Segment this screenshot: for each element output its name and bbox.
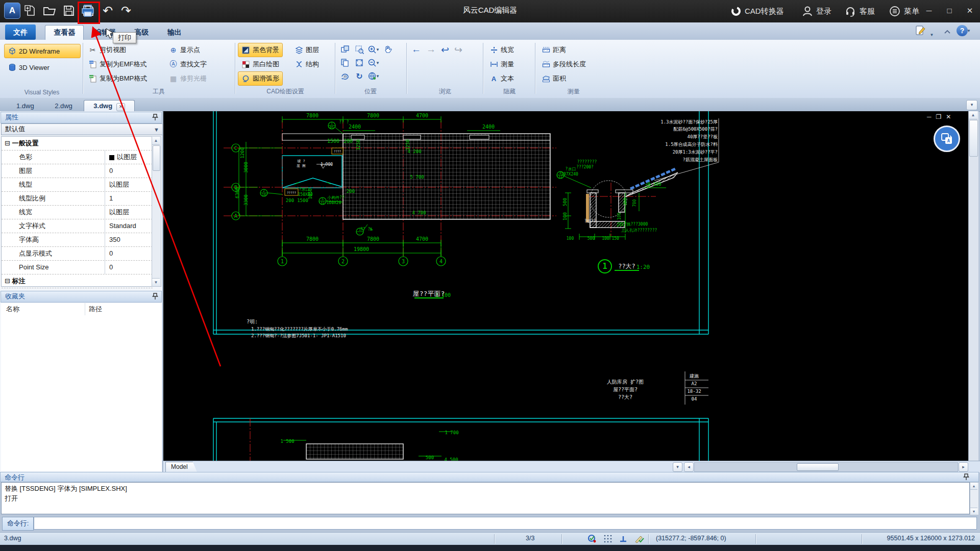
login-button[interactable]: 登录 bbox=[802, 0, 831, 22]
tab-output[interactable]: 输出 bbox=[159, 26, 190, 40]
prop-row-linetype[interactable]: 线型以图层 bbox=[2, 178, 153, 192]
structure-button[interactable]: 结构 bbox=[291, 57, 323, 71]
pin-icon[interactable] bbox=[963, 473, 969, 481]
minimize-button[interactable]: ─ bbox=[919, 3, 939, 18]
open-file-button[interactable] bbox=[42, 3, 57, 18]
show-points-button[interactable]: ⊕ 显示点 bbox=[165, 43, 210, 57]
hide-text-button[interactable]: A 文本 bbox=[486, 71, 518, 86]
smooth-arc-button[interactable]: 圆滑弧形 bbox=[238, 71, 283, 86]
translate-float-button[interactable]: A bbox=[934, 126, 960, 152]
scroll-down-icon[interactable]: ▼ bbox=[152, 278, 160, 286]
pin-icon[interactable] bbox=[152, 114, 158, 121]
prop-group-general[interactable]: ⊟ 一般设置 bbox=[2, 137, 153, 151]
menu-button[interactable]: 菜单 bbox=[889, 0, 919, 22]
pin-icon[interactable] bbox=[152, 293, 158, 300]
prop-row-textstyle[interactable]: 文字样式Standard bbox=[2, 219, 153, 233]
close-tab-icon[interactable]: ✕ bbox=[116, 103, 125, 111]
ortho-icon[interactable] bbox=[619, 534, 628, 543]
black-background-button[interactable]: 黑色背景 bbox=[238, 43, 283, 57]
cad-converter-button[interactable]: CAD转换器 bbox=[731, 0, 784, 22]
new-file-button[interactable] bbox=[22, 3, 38, 18]
favorites-list[interactable] bbox=[1, 315, 161, 471]
scroll-thumb[interactable] bbox=[797, 463, 839, 471]
prop-group-dimension[interactable]: ⊟ 标注 bbox=[2, 274, 153, 288]
measure-area-button[interactable]: 面积 bbox=[538, 71, 590, 86]
svg-text:4700: 4700 bbox=[416, 113, 428, 118]
tab-file[interactable]: 文件 bbox=[5, 24, 36, 40]
scroll-up-icon[interactable]: ▲ bbox=[970, 483, 977, 490]
draft-check-icon[interactable] bbox=[634, 534, 644, 543]
model-tab[interactable]: Model bbox=[165, 462, 198, 473]
zoom-out-button[interactable]: ▼ bbox=[368, 57, 380, 68]
preset-dropdown[interactable]: 默认值▼ bbox=[1, 123, 163, 135]
bw-drawing-button[interactable]: 黑白绘图 bbox=[238, 57, 283, 71]
prop-row-layer[interactable]: 图层0 bbox=[2, 164, 153, 178]
back-button[interactable]: ← bbox=[411, 44, 421, 56]
copy-as-emf-button[interactable]: EMF 复制为EMF格式 bbox=[85, 57, 151, 71]
previous-view-button[interactable]: ↩ bbox=[441, 44, 449, 56]
save-button[interactable] bbox=[61, 3, 77, 18]
prop-row-ltscale[interactable]: 线型比例1 bbox=[2, 192, 153, 206]
zoom-in-button[interactable]: ▼ bbox=[368, 44, 380, 55]
doc-tab-3[interactable]: 3.dwg✕ bbox=[84, 100, 135, 111]
help-button[interactable]: ? ▼ bbox=[957, 25, 971, 36]
3d-viewer-button[interactable]: 3D Viewer bbox=[4, 60, 81, 74]
doc-tab-1[interactable]: 1.dwg bbox=[7, 101, 43, 111]
prop-row-lineweight[interactable]: 线宽以图层 bbox=[2, 206, 153, 219]
command-log[interactable]: 替换 [TSSDENG] 字体为 [SIMPLEX.SHX] 打开 bbox=[1, 482, 970, 514]
favorites-col-path[interactable]: 路径 bbox=[89, 305, 102, 314]
tab-list-dropdown-button[interactable]: ▾ bbox=[966, 100, 977, 110]
copy-as-bmp-button[interactable]: BMP 复制为BMP格式 bbox=[85, 71, 151, 86]
prop-row-pointsize[interactable]: Point Size0 bbox=[2, 261, 153, 274]
scroll-up-icon[interactable]: ▲ bbox=[969, 111, 977, 119]
copy-view-button[interactable] bbox=[339, 57, 351, 68]
doc-tab-2[interactable]: 2.dwg bbox=[45, 101, 82, 111]
maximize-button[interactable]: □ bbox=[939, 3, 960, 18]
command-input[interactable] bbox=[34, 517, 977, 530]
hscroll-right-icon[interactable]: ▸ bbox=[959, 462, 968, 472]
favorites-col-name[interactable]: 名称 bbox=[6, 305, 19, 314]
canvas-vscrollbar[interactable]: ▲ bbox=[968, 111, 978, 461]
hide-measure-button[interactable]: 测量 bbox=[486, 57, 518, 71]
measure-distance-button[interactable]: 距离 bbox=[538, 43, 590, 57]
redo-button[interactable]: ↷ bbox=[118, 3, 134, 18]
command-log-scrollbar[interactable]: ▲ ▼ bbox=[970, 482, 979, 515]
prop-row-pdmode[interactable]: 点显示模式0 bbox=[2, 247, 153, 261]
render-mode-button[interactable]: ▼ bbox=[368, 70, 380, 82]
find-text-button[interactable]: Ⓐ 查找文字 bbox=[165, 57, 210, 71]
svg-text:200: 200 bbox=[286, 198, 294, 203]
tab-viewer[interactable]: 查看器 bbox=[45, 25, 84, 40]
measure-polyline-button[interactable]: 多段线长度 bbox=[538, 57, 590, 71]
view-switch-button[interactable] bbox=[339, 44, 351, 55]
grid-icon[interactable] bbox=[603, 534, 612, 543]
drawing-canvas[interactable]: 780078004700240024001500200125012504 200… bbox=[163, 111, 968, 461]
pan-button[interactable] bbox=[382, 44, 394, 55]
scroll-thumb[interactable] bbox=[969, 120, 978, 157]
layers-button[interactable]: 图层 bbox=[291, 43, 323, 57]
undo-button[interactable]: ↶ bbox=[100, 3, 115, 18]
2d-wireframe-button[interactable]: 2D Wireframe bbox=[4, 44, 81, 58]
scroll-thumb[interactable] bbox=[153, 145, 160, 171]
refresh-button[interactable]: ↻ bbox=[353, 70, 365, 82]
close-button[interactable]: ✕ bbox=[960, 3, 980, 18]
canvas-hscrollbar[interactable] bbox=[694, 462, 958, 472]
zoom-extents-button[interactable] bbox=[353, 57, 365, 68]
mdi-close-icon[interactable]: ✕ bbox=[946, 113, 951, 120]
rotate-view-button[interactable]: 35 bbox=[339, 70, 351, 82]
style-pencil-button[interactable]: ▼ bbox=[915, 25, 934, 38]
hide-lineweight-button[interactable]: 线宽 bbox=[486, 43, 518, 57]
clip-view-button[interactable]: ✂ 剪切视图 bbox=[85, 43, 151, 57]
hscroll-left-icon[interactable]: ◂ bbox=[684, 462, 694, 472]
collapse-ribbon-button[interactable] bbox=[943, 28, 951, 37]
scroll-up-icon[interactable]: ▲ bbox=[152, 137, 160, 145]
layout-scroll-menu-button[interactable]: ▾ bbox=[673, 462, 682, 472]
scroll-down-icon[interactable]: ▼ bbox=[970, 508, 977, 515]
prop-row-color[interactable]: 色彩以图层 bbox=[2, 151, 153, 164]
property-grid-scrollbar[interactable]: ▲ ▼ bbox=[152, 136, 161, 287]
mdi-minimize-icon[interactable]: ─ bbox=[927, 113, 932, 120]
prop-row-textheight[interactable]: 字体高350 bbox=[2, 233, 153, 247]
mdi-restore-icon[interactable]: ❐ bbox=[936, 113, 942, 120]
osnap-icon[interactable] bbox=[587, 534, 597, 544]
support-button[interactable]: 客服 bbox=[845, 0, 875, 22]
zoom-window-button[interactable] bbox=[353, 44, 365, 55]
